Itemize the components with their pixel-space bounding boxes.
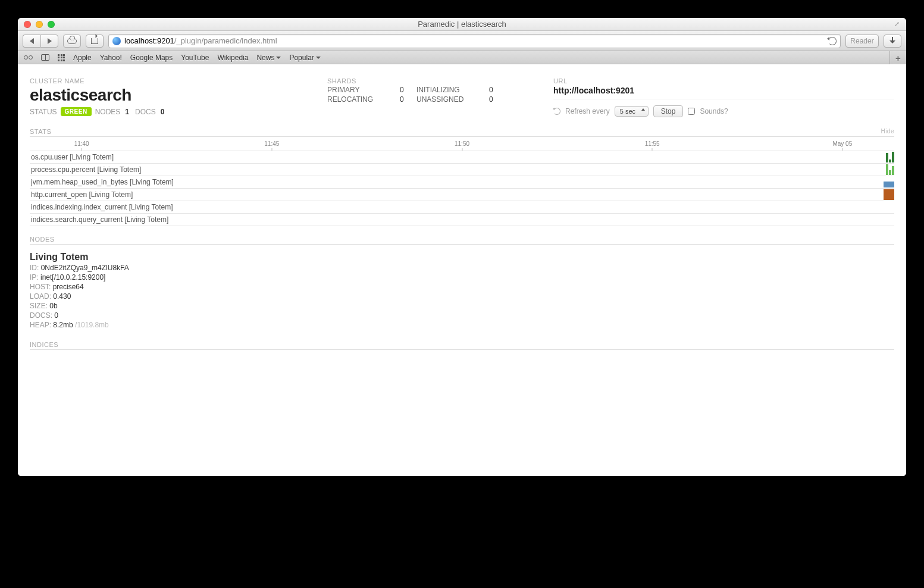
node-load-label: LOAD:: [30, 292, 51, 301]
timeline-tick: May 05: [832, 140, 852, 151]
reading-list-icon[interactable]: [24, 55, 33, 60]
url-path: /_plugin/paramedic/index.html: [174, 36, 277, 45]
metric-label: indices.indexing.index_current [Living T…: [31, 203, 173, 211]
node-ip-label: IP:: [30, 273, 39, 282]
stats-section-header: STATS Hide: [30, 128, 894, 137]
node-heap-label: HEAP:: [30, 321, 51, 329]
unassigned-label: UNASSIGNED: [416, 95, 482, 104]
metric-label: jvm.mem.heap_used_in_bytes [Living Totem…: [31, 178, 174, 186]
cluster-label: CLUSTER NAME: [30, 77, 292, 85]
cluster-url[interactable]: http://localhost:9201: [553, 86, 894, 95]
stop-button[interactable]: Stop: [653, 105, 684, 117]
metric-label: os.cpu.user [Living Totem]: [31, 153, 114, 161]
node-size-label: SIZE:: [30, 302, 48, 310]
page-content: CLUSTER NAME elasticsearch STATUS GREEN …: [18, 64, 906, 476]
stats-label: STATS: [30, 128, 51, 135]
icloud-button[interactable]: [63, 35, 81, 48]
nav-back-forward: [23, 35, 58, 48]
bookmark-wikipedia[interactable]: Wikipedia: [217, 54, 248, 62]
shards-label: SHARDS: [327, 77, 518, 85]
bookmark-news[interactable]: News: [256, 54, 281, 62]
refresh-label: Refresh every: [565, 107, 610, 115]
bookmark-popular[interactable]: Popular: [289, 54, 320, 62]
site-favicon: [112, 37, 121, 45]
unassigned-value: 0: [489, 95, 499, 104]
downloads-button[interactable]: [884, 35, 901, 48]
stats-timeline: 11:40 11:45 11:50 11:55 May 05: [30, 140, 894, 151]
node-host: precise64: [53, 283, 84, 291]
forward-icon: [48, 38, 52, 44]
nodes-label: NODES: [30, 236, 55, 243]
bookmark-yahoo[interactable]: Yahoo!: [100, 54, 122, 62]
window-minimize-button[interactable]: [36, 21, 43, 28]
node-id: 0NdE2itZQya9_m4ZlU8kFA: [41, 264, 129, 272]
bookmark-googlemaps[interactable]: Google Maps: [130, 54, 173, 62]
initializing-label: INITIALIZING: [416, 86, 482, 94]
metric-label: indices.search.query_current [Living Tot…: [31, 215, 168, 224]
nodes-section-header: NODES: [30, 236, 894, 245]
download-icon: [888, 37, 897, 45]
window-title: Paramedic | elasticsearch: [18, 20, 906, 29]
metric-row: os.cpu.user [Living Totem]: [30, 151, 894, 164]
metric-row: process.cpu.percent [Living Totem]: [30, 163, 894, 176]
refresh-icon[interactable]: [553, 108, 560, 115]
chevron-down-icon: [316, 57, 321, 59]
node-name: Living Totem: [30, 252, 184, 262]
back-icon: [30, 38, 34, 44]
address-bar[interactable]: localhost:9201/_plugin/paramedic/index.h…: [108, 34, 841, 48]
hide-stats-link[interactable]: Hide: [881, 128, 894, 135]
node-heap: 8.2mb: [53, 321, 73, 329]
window-zoom-button[interactable]: [48, 21, 55, 28]
node-id-label: ID:: [30, 264, 39, 272]
nodes-label: NODES: [95, 108, 121, 116]
sparkline: [886, 151, 894, 163]
sounds-label: Sounds?: [700, 107, 728, 115]
metric-row: jvm.mem.heap_used_in_bytes [Living Totem…: [30, 176, 894, 189]
bookmark-news-label: News: [256, 54, 274, 62]
bookmark-apple[interactable]: Apple: [73, 54, 92, 62]
shards-panel: SHARDS PRIMARY0 INITIALIZING0 RELOCATING…: [327, 77, 518, 117]
primary-label: PRIMARY: [327, 86, 393, 94]
fullscreen-icon[interactable]: ⤢: [894, 20, 903, 29]
refresh-interval-select[interactable]: 5 sec: [615, 106, 649, 117]
window-close-button[interactable]: [24, 21, 31, 28]
timeline-tick: 11:40: [74, 140, 89, 151]
docs-label: DOCS: [135, 108, 156, 116]
reload-icon[interactable]: [828, 37, 837, 45]
node-load: 0.430: [53, 292, 71, 301]
timeline-tick: 11:55: [645, 140, 660, 151]
nodes-count: 1: [125, 108, 129, 116]
divider: [553, 99, 894, 99]
cloud-icon: [67, 38, 77, 44]
sparkline: [884, 176, 894, 188]
browser-window: Paramedic | elasticsearch ⤢ localhost:92…: [18, 18, 906, 476]
chevron-down-icon: [276, 57, 281, 59]
sounds-checkbox[interactable]: [688, 108, 695, 115]
bookmark-youtube[interactable]: YouTube: [181, 54, 209, 62]
forward-button[interactable]: [40, 35, 58, 48]
sparkline: [884, 189, 894, 201]
browser-toolbar: localhost:9201/_plugin/paramedic/index.h…: [18, 31, 906, 51]
timeline-tick: 11:50: [455, 140, 469, 151]
node-host-label: HOST:: [30, 283, 51, 291]
relocating-label: RELOCATING: [327, 95, 393, 104]
sparkline: [886, 164, 894, 176]
primary-value: 0: [400, 86, 409, 94]
node-docs-label: DOCS:: [30, 311, 52, 320]
node-docs: 0: [54, 311, 58, 320]
node-ip: inet[/10.0.2.15:9200]: [40, 273, 105, 282]
docs-count: 0: [161, 108, 165, 116]
top-sites-icon[interactable]: [58, 54, 65, 61]
node-card: Living Totem ID: 0NdE2itZQya9_m4ZlU8kFA …: [30, 249, 184, 331]
bookmarks-icon[interactable]: [41, 54, 49, 61]
status-label: STATUS: [30, 108, 57, 116]
url-panel: URL http://localhost:9201 Refresh every …: [553, 77, 894, 117]
back-button[interactable]: [23, 35, 40, 48]
cluster-name: elasticsearch: [30, 86, 292, 105]
share-button[interactable]: [86, 35, 104, 48]
timeline-tick: 11:45: [264, 140, 279, 151]
new-tab-button[interactable]: +: [889, 51, 906, 64]
node-size: 0b: [49, 302, 57, 310]
reader-button[interactable]: Reader: [845, 35, 879, 48]
url-label: URL: [553, 77, 894, 85]
